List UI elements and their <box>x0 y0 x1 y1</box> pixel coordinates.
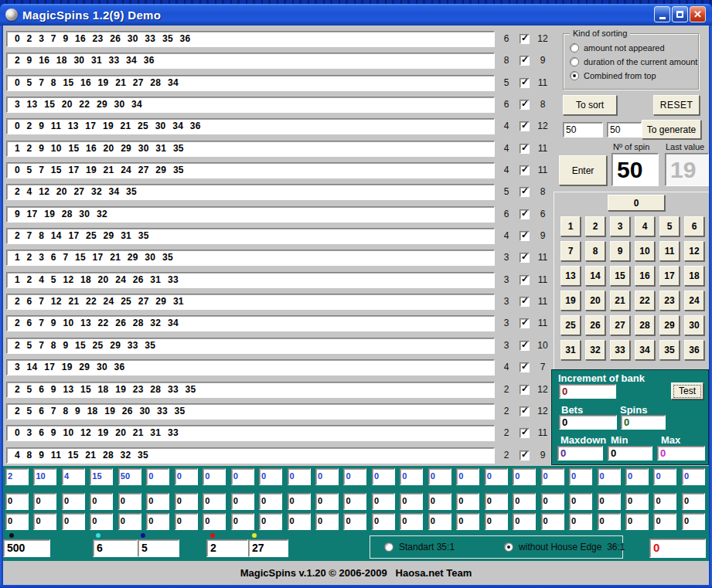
maximize-button[interactable] <box>672 6 688 22</box>
test-button[interactable]: Test <box>671 382 703 399</box>
row-checkbox[interactable] <box>520 406 530 416</box>
row-checkbox[interactable] <box>520 362 530 372</box>
radio-icon[interactable] <box>384 542 393 552</box>
bet-cell[interactable]: 0 <box>625 493 649 510</box>
bet-cell[interactable]: 0 <box>288 468 311 485</box>
row-checkbox[interactable] <box>520 231 530 241</box>
spin-sequence-field[interactable]: 2 5 6 7 8 9 18 19 26 30 33 35 <box>6 403 495 420</box>
reset-button[interactable]: RESET <box>653 95 700 115</box>
n-of-spin-field[interactable]: 50 <box>612 153 659 186</box>
spin-sequence-field[interactable]: 2 5 7 8 9 15 25 29 33 35 <box>6 338 495 354</box>
bet-cell[interactable]: 0 <box>146 513 169 530</box>
bet-cell[interactable]: 0 <box>653 468 676 485</box>
bet-cell[interactable]: 0 <box>146 493 169 510</box>
number-button[interactable]: 13 <box>560 266 581 286</box>
bet-cell[interactable]: 0 <box>625 468 649 485</box>
number-button[interactable]: 27 <box>610 315 630 335</box>
radio-icon[interactable] <box>570 43 579 53</box>
number-button[interactable]: 32 <box>585 340 605 360</box>
bet-cell[interactable]: 0 <box>259 468 282 485</box>
spin-sequence-field[interactable]: 1 2 3 6 7 15 17 21 29 30 35 <box>6 250 495 266</box>
sorting-option-amount-not-appeared[interactable]: amount not appeared <box>570 43 698 53</box>
bet-cell[interactable]: 0 <box>259 493 282 510</box>
row-checkbox[interactable] <box>520 341 530 351</box>
row-checkbox[interactable] <box>520 34 530 44</box>
bet-cell[interactable]: 0 <box>456 468 479 485</box>
bet-cell[interactable]: 0 <box>33 513 56 530</box>
number-button[interactable]: 19 <box>560 291 581 311</box>
bet-cell[interactable]: 0 <box>231 513 254 530</box>
number-button[interactable]: 7 <box>560 241 581 261</box>
spin-sequence-field[interactable]: 2 7 8 14 17 25 29 31 35 <box>6 228 495 244</box>
number-button[interactable]: 26 <box>585 315 605 335</box>
bet-cell[interactable]: 0 <box>598 493 621 510</box>
sorting-option-duration[interactable]: duration of the current amount <box>570 57 698 66</box>
bet-cell[interactable]: 0 <box>146 468 169 485</box>
bet-cell[interactable]: 0 <box>259 513 282 530</box>
bet-cell[interactable]: 0 <box>343 493 366 510</box>
bet-cell[interactable]: 0 <box>288 513 311 530</box>
spin-sequence-field[interactable]: 0 3 6 9 10 12 19 20 21 31 33 <box>6 425 495 441</box>
number-button[interactable]: 1 <box>560 216 581 236</box>
maxdown-field[interactable]: 0 <box>557 446 603 461</box>
number-button[interactable]: 28 <box>635 315 655 335</box>
number-button[interactable]: 30 <box>684 315 704 335</box>
close-button[interactable]: ✕ <box>690 6 706 22</box>
bets-field[interactable]: 0 <box>559 415 617 430</box>
to-generate-button[interactable]: To generate <box>642 120 701 139</box>
increment-field[interactable]: 0 <box>559 384 616 399</box>
summary-field-2[interactable]: 6 <box>93 539 138 557</box>
bet-cell[interactable]: 2 <box>5 468 29 485</box>
summary-field-1[interactable]: 500 <box>3 539 50 557</box>
spin-sequence-field[interactable]: 1 2 4 5 12 18 20 24 26 31 33 <box>6 272 495 288</box>
summary-field-4[interactable]: 2 <box>206 539 248 557</box>
number-button[interactable]: 6 <box>684 216 704 236</box>
row-checkbox[interactable] <box>520 100 530 110</box>
bet-cell[interactable]: 0 <box>62 513 85 530</box>
number-button[interactable]: 21 <box>610 291 630 311</box>
number-button[interactable]: 24 <box>684 291 704 311</box>
number-button[interactable]: 16 <box>635 266 655 286</box>
bet-cell[interactable]: 0 <box>541 468 564 485</box>
bet-cell[interactable]: 0 <box>513 513 536 530</box>
bet-cell[interactable]: 0 <box>175 468 198 485</box>
number-button[interactable]: 36 <box>684 340 704 360</box>
row-checkbox[interactable] <box>520 275 530 285</box>
number-button[interactable]: 4 <box>635 216 655 236</box>
bet-cell[interactable]: 0 <box>288 493 311 510</box>
number-button[interactable]: 25 <box>560 315 581 335</box>
bet-cell[interactable]: 0 <box>485 493 508 510</box>
row-checkbox[interactable] <box>520 318 530 328</box>
row-checkbox[interactable] <box>520 56 530 66</box>
bet-cell[interactable]: 0 <box>598 513 621 530</box>
bet-cell[interactable]: 0 <box>372 513 395 530</box>
summary-field-3[interactable]: 5 <box>138 539 179 557</box>
number-button-0[interactable]: 0 <box>608 195 665 211</box>
spin-sequence-field[interactable]: 2 4 12 20 27 32 34 35 <box>6 184 495 200</box>
row-checkbox[interactable] <box>520 428 530 438</box>
bet-cell[interactable]: 0 <box>315 468 339 485</box>
number-button[interactable]: 18 <box>684 266 704 286</box>
spin-sequence-field[interactable]: 1 2 9 10 15 16 20 29 30 31 35 <box>6 141 495 157</box>
bet-cell[interactable]: 4 <box>62 468 85 485</box>
summary-field-5[interactable]: 27 <box>248 539 288 557</box>
bet-cell[interactable]: 0 <box>428 493 451 510</box>
row-checkbox[interactable] <box>520 165 530 175</box>
min-field[interactable]: 0 <box>608 446 652 461</box>
bet-cell[interactable]: 15 <box>90 468 113 485</box>
spin-sequence-field[interactable]: 4 8 9 11 15 21 28 32 35 <box>6 447 495 464</box>
bet-cell[interactable]: 50 <box>118 468 141 485</box>
spin-sequence-field[interactable]: 3 14 17 19 29 30 36 <box>6 359 495 376</box>
row-checkbox[interactable] <box>520 450 530 461</box>
bet-cell[interactable]: 0 <box>62 493 85 510</box>
number-button[interactable]: 14 <box>585 266 605 286</box>
row-checkbox[interactable] <box>520 297 530 307</box>
bet-cell[interactable]: 0 <box>343 513 366 530</box>
bet-cell[interactable]: 0 <box>5 513 29 530</box>
bet-cell[interactable]: 0 <box>175 493 198 510</box>
row-checkbox[interactable] <box>520 121 530 131</box>
spin-sequence-field[interactable]: 0 2 9 11 13 17 19 21 25 30 34 36 <box>6 118 495 134</box>
bet-cell[interactable]: 0 <box>653 493 676 510</box>
bet-cell[interactable]: 0 <box>175 513 198 530</box>
payout-option-no-house-edge[interactable]: without House Edge 36:1 <box>504 542 625 552</box>
